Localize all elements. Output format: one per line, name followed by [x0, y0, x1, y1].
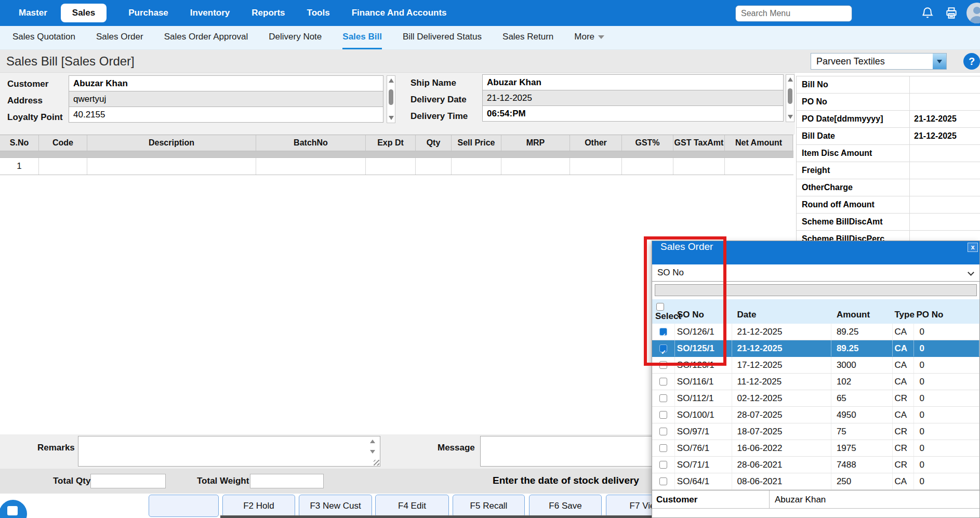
cell-gstpct[interactable]	[622, 158, 673, 175]
cell-mrp[interactable]	[501, 158, 570, 175]
so-row[interactable]: SO/116/1 11-12-2025 102 CA 0	[652, 374, 979, 390]
row-checkbox[interactable]	[659, 394, 667, 402]
row-checkbox[interactable]	[659, 378, 667, 386]
help-icon[interactable]: ?	[963, 53, 980, 70]
cell-gsttaxamt[interactable]	[673, 158, 725, 175]
so-row[interactable]: SO/100/1 28-07-2025 4950 CA 0	[652, 407, 979, 423]
tab-sales-order[interactable]: Sales Order	[96, 26, 143, 49]
so-row[interactable]: SO/112/1 02-12-2025 65 CR 0	[652, 390, 979, 407]
nav-purchase[interactable]: Purchase	[128, 8, 168, 18]
nav-inventory[interactable]: Inventory	[190, 8, 230, 18]
ship-panel-scrollbar[interactable]	[786, 74, 794, 122]
row-checkbox[interactable]	[659, 411, 667, 419]
scroll-up-icon[interactable]	[788, 77, 793, 82]
row-checkbox[interactable]	[659, 328, 667, 336]
cell-other[interactable]	[570, 158, 622, 175]
round-off-amount-value[interactable]	[910, 196, 980, 213]
totals-section: Total Qty Total Weight Enter the date of…	[0, 469, 652, 494]
scroll-up-icon[interactable]	[370, 440, 375, 443]
row-checkbox[interactable]	[659, 344, 667, 352]
scroll-down-icon[interactable]	[370, 450, 375, 454]
select-all-checkbox[interactable]	[656, 303, 664, 311]
so-filter-select[interactable]: SO No	[652, 264, 979, 282]
bill-no-value[interactable]	[910, 76, 980, 93]
popup-search-input[interactable]	[655, 284, 977, 296]
remarks-textarea[interactable]	[78, 436, 380, 467]
f5-recall-button[interactable]: F5 Recall	[453, 495, 525, 517]
type-cell: CA	[893, 473, 915, 489]
user-avatar[interactable]	[966, 3, 980, 23]
tab-delivery-note[interactable]: Delivery Note	[269, 26, 322, 49]
total-weight-input[interactable]	[250, 474, 324, 488]
scroll-down-icon[interactable]	[788, 115, 793, 119]
so-row[interactable]: SO/126/1 21-12-2025 89.25 CA 0	[652, 324, 979, 340]
cell-sno[interactable]: 1	[0, 158, 39, 175]
search-menu-input[interactable]	[735, 5, 852, 22]
row-checkbox[interactable]	[659, 477, 667, 485]
nav-reports[interactable]: Reports	[251, 8, 285, 18]
item-disc-amount-value[interactable]	[910, 145, 980, 162]
col-so-no: SO No	[675, 299, 732, 324]
delivery-date-input[interactable]	[482, 90, 784, 106]
so-row[interactable]: SO/64/1 08-06-2021 250 CA 0	[652, 473, 979, 490]
printer-icon[interactable]	[945, 6, 958, 20]
delivery-time-label: Delivery Time	[410, 111, 468, 122]
tab-sales-bill[interactable]: Sales Bill	[342, 26, 382, 49]
cell-expdt[interactable]	[366, 158, 416, 175]
cell-sellprice[interactable]	[452, 158, 501, 175]
bill-panel-row: PO No	[797, 94, 980, 111]
scroll-up-icon[interactable]	[389, 78, 394, 83]
sales-order-popup: Sales Order x SO No Select SO No Date Am…	[652, 241, 980, 518]
nav-tools[interactable]: Tools	[307, 8, 330, 18]
tab-sales-quotation[interactable]: Sales Quotation	[12, 26, 75, 49]
nav-master[interactable]: Master	[19, 8, 47, 18]
scrollbar-thumb[interactable]	[788, 88, 792, 104]
delivery-time-input[interactable]	[482, 105, 784, 122]
so-row[interactable]: SO/125/1 21-12-2025 89.25 CA 0	[652, 340, 979, 357]
loyalty-point-input[interactable]	[69, 107, 383, 123]
cell-batchno[interactable]	[256, 158, 366, 175]
so-row[interactable]: SO/97/1 18-07-2025 75 CR 0	[652, 423, 979, 440]
f3-new-cust-button[interactable]: F3 New Cust	[299, 495, 372, 517]
tab-bill-delivered-status[interactable]: Bill Delivered Status	[403, 26, 482, 49]
other-charge-value[interactable]	[910, 179, 980, 196]
nav-finance-and-accounts[interactable]: Finance And Accounts	[352, 8, 447, 18]
resize-grip-icon[interactable]	[374, 460, 379, 466]
company-selector[interactable]: Parveen Textiles	[811, 53, 947, 70]
dropdown-arrow-icon[interactable]	[933, 54, 946, 69]
so-row[interactable]: SO/76/1 16-06-2022 1975 CR 0	[652, 440, 979, 457]
po-no-value[interactable]	[910, 94, 980, 110]
total-qty-input[interactable]	[90, 474, 166, 488]
freight-value[interactable]	[910, 162, 980, 179]
cell-code[interactable]	[39, 158, 87, 175]
tab-more[interactable]: More	[574, 26, 604, 49]
so-row[interactable]: SO/123/1 17-12-2025 3000 CA 0	[652, 357, 979, 374]
scrollbar-thumb[interactable]	[389, 89, 393, 105]
row-checkbox[interactable]	[659, 361, 667, 369]
tab-sales-order-approval[interactable]: Sales Order Approval	[164, 26, 248, 49]
so-row[interactable]: SO/71/1 28-06-2021 7488 CR 0	[652, 457, 979, 473]
close-icon[interactable]: x	[968, 243, 978, 252]
bell-icon[interactable]	[921, 6, 934, 20]
row-checkbox[interactable]	[659, 444, 667, 452]
bill-date-value[interactable]: 21-12-2025	[910, 128, 980, 144]
cell-netamount[interactable]	[725, 158, 793, 175]
blank-button[interactable]	[149, 495, 219, 517]
scheme-billdiscamt-value[interactable]	[910, 214, 980, 230]
customer-input[interactable]	[69, 75, 383, 91]
tab-sales-return[interactable]: Sales Return	[502, 26, 553, 49]
row-checkbox[interactable]	[659, 428, 667, 435]
f6-save-button[interactable]: F6 Save	[529, 495, 602, 517]
cell-qty[interactable]	[416, 158, 452, 175]
col-netamount: Net Amount	[725, 135, 793, 151]
ship-name-input[interactable]	[482, 74, 784, 90]
po-date-value[interactable]: 21-12-2025	[910, 111, 980, 127]
scroll-down-icon[interactable]	[389, 116, 394, 120]
nav-sales[interactable]: Sales	[61, 4, 107, 22]
address-input[interactable]	[69, 91, 383, 107]
row-checkbox[interactable]	[659, 461, 667, 469]
customer-panel-scrollbar[interactable]	[387, 75, 395, 123]
f4-edit-button[interactable]: F4 Edit	[375, 495, 449, 517]
cell-description[interactable]	[87, 158, 256, 175]
f2-hold-button[interactable]: F2 Hold	[222, 495, 295, 517]
